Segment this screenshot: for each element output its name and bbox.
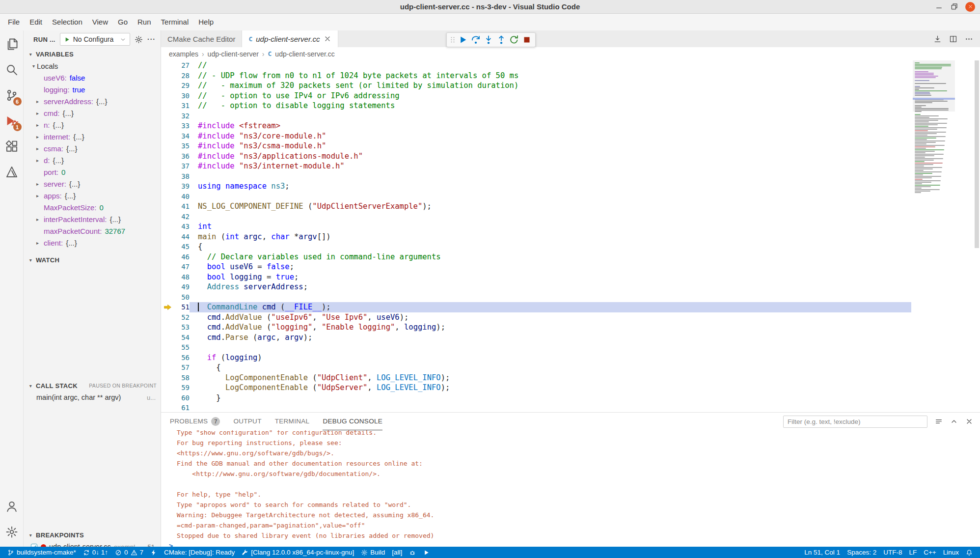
code-line[interactable]: 56 if (logging) [161, 353, 980, 363]
code-line[interactable]: 33#include <fstream> [161, 121, 980, 131]
code-line[interactable]: 31// - option to disable logging stateme… [161, 101, 980, 111]
breadcrumb-folder[interactable]: examples [169, 50, 198, 58]
code-line[interactable]: 35#include "ns3/csma-module.h" [161, 141, 980, 151]
status-feedback[interactable] [147, 547, 161, 558]
variable-item[interactable]: useV6:false [24, 72, 161, 84]
menu-view[interactable]: View [87, 14, 113, 30]
status-cmake-build[interactable]: Build [357, 547, 388, 558]
more-actions-icon[interactable]: ··· [147, 35, 156, 43]
close-button[interactable] [965, 2, 975, 12]
debug-config-dropdown[interactable]: No Configura [60, 33, 130, 46]
status-cmake-build-target[interactable]: [all] [388, 547, 406, 558]
start-debug-icon[interactable] [64, 36, 70, 43]
drag-handle-icon[interactable] [449, 34, 457, 45]
code-line[interactable]: 44main (int argc, char *argv[]) [161, 232, 980, 242]
variable-item[interactable]: ▸d:{...} [24, 154, 161, 166]
panel-tab-problems[interactable]: PROBLEMS7 [170, 413, 220, 430]
activity-cmake[interactable] [0, 159, 24, 185]
code-line[interactable]: 46 // Declare variables used in command-… [161, 252, 980, 262]
code-line[interactable]: 61 [161, 403, 980, 412]
continue-button[interactable] [457, 33, 469, 46]
status-cmake-run[interactable] [419, 547, 433, 558]
variable-item[interactable]: ▸internet:{...} [24, 131, 161, 142]
activity-search[interactable] [0, 57, 24, 83]
code-line[interactable]: 45{ [161, 242, 980, 252]
variable-item[interactable]: ▸n:{...} [24, 119, 161, 131]
split-editor-icon[interactable] [949, 35, 957, 43]
code-line[interactable]: 59 LogComponentEnable ("UdpServer", LOG_… [161, 383, 980, 393]
call-stack-header[interactable]: ▾ CALL STACK PAUSED ON BREAKPOINT [24, 380, 161, 391]
code-line[interactable]: 57 { [161, 363, 980, 373]
variable-item[interactable]: MaxPacketSize:0 [24, 201, 161, 213]
step-over-button[interactable] [469, 33, 482, 46]
step-into-button[interactable] [482, 33, 495, 46]
status-git-branch[interactable]: buildsystem-cmake* [4, 547, 80, 558]
breadcrumb-file[interactable]: udp-client-server.cc [275, 50, 334, 58]
console-filter-input[interactable] [783, 416, 927, 428]
code-line[interactable]: 30// - option to use IPv4 or IPv6 addres… [161, 91, 980, 101]
code-line[interactable]: 27// [161, 60, 980, 71]
status-problems[interactable]: 07 [111, 547, 147, 558]
variables-header[interactable]: ▾ VARIABLES [24, 48, 161, 60]
console-input-prompt[interactable]: > [169, 541, 980, 547]
menu-terminal[interactable]: Terminal [156, 14, 194, 30]
code-line[interactable]: 47 bool useV6 = false; [161, 262, 980, 272]
code-line[interactable]: 40 [161, 192, 980, 202]
stack-frame[interactable]: main(int argc, char ** argv) u... [24, 391, 161, 403]
activity-account[interactable] [0, 494, 24, 519]
panel-tab-debug-console[interactable]: DEBUG CONSOLE [323, 413, 382, 430]
editor-scrollbar[interactable] [975, 60, 979, 248]
menu-run[interactable]: Run [133, 14, 156, 30]
tab-udp-client-server[interactable]: C udp-client-server.cc [242, 30, 338, 47]
code-editor[interactable]: 27//28// - UDP flow from n0 to n1 of 102… [161, 60, 980, 412]
status-sync-changes[interactable]: 0↓ 1↑ [80, 547, 111, 558]
step-out-button[interactable] [495, 33, 508, 46]
status-cmake-kit[interactable]: [Clang 12.0.0 x86_64-pc-linux-gnu] [238, 547, 357, 558]
code-line[interactable]: 55 [161, 342, 980, 353]
variable-item[interactable]: ▸apps:{...} [24, 190, 161, 201]
code-line[interactable]: 37#include "ns3/internet-module.h" [161, 161, 980, 171]
code-line[interactable]: 32 [161, 111, 980, 121]
menu-file[interactable]: File [3, 14, 25, 30]
variable-item[interactable]: maxPacketCount:32767 [24, 225, 161, 237]
variable-item[interactable]: ▸cmd:{...} [24, 107, 161, 119]
panel-menu-icon[interactable] [935, 418, 943, 425]
activity-source-control[interactable]: 6 [0, 83, 24, 108]
code-line[interactable]: 28// - UDP flow from n0 to n1 of 1024 by… [161, 71, 980, 81]
variable-item[interactable]: ▸client:{...} [24, 237, 161, 249]
more-actions-icon[interactable] [965, 35, 973, 43]
variable-item[interactable]: ▸csma:{...} [24, 142, 161, 154]
variable-item[interactable]: ▸server:{...} [24, 178, 161, 190]
restore-button[interactable] [950, 2, 958, 11]
breakpoint-gutter[interactable] [161, 303, 174, 311]
maximize-panel-icon[interactable] [950, 418, 958, 425]
close-panel-icon[interactable] [965, 418, 973, 425]
code-line[interactable]: 58 LogComponentEnable ("UdpClient", LOG_… [161, 373, 980, 383]
code-line[interactable]: 51 CommandLine cmd (__FILE__); [161, 302, 980, 312]
menu-help[interactable]: Help [193, 14, 218, 30]
breadcrumb-folder[interactable]: udp-client-server [208, 50, 259, 58]
debug-console-output[interactable]: Type "show configuration" for configurat… [161, 430, 980, 547]
activity-explorer[interactable] [0, 31, 24, 57]
launch-settings-icon[interactable] [135, 35, 143, 44]
code-line[interactable]: 43int [161, 222, 980, 232]
breakpoint-checkbox[interactable] [30, 543, 38, 547]
code-line[interactable]: 29// - maximum of 320 packets sent (or l… [161, 81, 980, 91]
status-cmake-status[interactable]: CMake: [Debug]: Ready [161, 547, 238, 558]
download-icon[interactable] [933, 35, 942, 43]
status-os[interactable]: Linux [940, 547, 962, 558]
code-line[interactable]: 48 bool logging = true; [161, 272, 980, 282]
code-line[interactable]: 54 cmd.Parse (argc, argv); [161, 333, 980, 343]
code-line[interactable]: 34#include "ns3/core-module.h" [161, 131, 980, 141]
code-line[interactable]: 38 [161, 171, 980, 182]
code-line[interactable]: 52 cmd.AddValue ("useIpv6", "Use Ipv6", … [161, 312, 980, 323]
variable-item[interactable]: ▸interPacketInterval:{...} [24, 213, 161, 225]
activity-run-debug[interactable]: 1 [0, 108, 24, 134]
variable-item[interactable]: port:0 [24, 166, 161, 178]
status-notifications[interactable] [962, 547, 976, 558]
activity-settings[interactable] [0, 519, 24, 545]
breakpoint-item[interactable]: udp-client-server.cc exampl... 51 [24, 541, 161, 547]
minimize-button[interactable] [935, 2, 943, 11]
code-line[interactable]: 36#include "ns3/applications-module.h" [161, 151, 980, 162]
status-encoding[interactable]: UTF-8 [880, 547, 905, 558]
